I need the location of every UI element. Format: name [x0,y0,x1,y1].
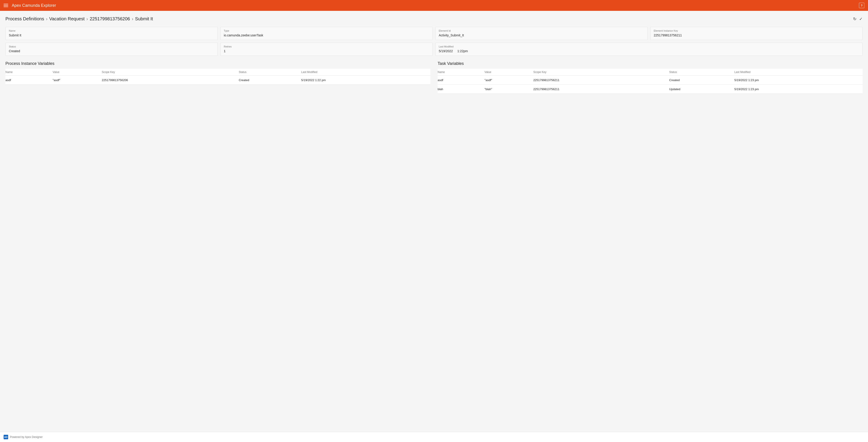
tv-table-header-row: Name Value Scope Key Status Last Modifie… [438,69,863,76]
app-header: Apex Camunda Explorer ? [0,0,868,11]
main-content: Process Definitions › Vacation Request ›… [0,11,868,442]
card-element-instance-key-value: 2251799813756211 [654,33,859,37]
tv-cell-value: "blah" [485,85,533,94]
tv-col-last-modified: Last Modified [735,69,863,76]
tv-cell-status: Created [669,76,735,85]
card-status-value: Created [9,49,214,53]
footer-label: Powered by Apex Designer [10,436,43,439]
card-name-value: Submit It [9,33,214,37]
card-retries: Retries 1 [220,43,433,56]
table-row: asdf "asdf" 2251799813756206 Created 5/1… [5,76,430,85]
piv-col-last-modified: Last Modified [301,69,430,76]
refresh-icon[interactable] [853,17,857,22]
piv-cell-scope-key: 2251799813756206 [102,76,239,85]
process-instance-variables-table: Name Value Scope Key Status Last Modifie… [5,69,430,85]
card-name-label: Name [9,29,214,32]
card-type-value: io.camunda.zeebe:userTask [224,33,429,37]
breadcrumb-current: Submit It [135,16,153,22]
card-type-label: Type [224,29,429,32]
breadcrumb-process-definitions[interactable]: Process Definitions [5,16,44,22]
tv-col-value: Value [485,69,533,76]
piv-col-scope-key: Scope Key [102,69,239,76]
card-last-modified: Last Modified 5/19/2022 1:22pm [435,43,863,56]
piv-cell-last-modified: 5/19/2022 1:22 pm [301,76,430,85]
breadcrumb-vacation-request[interactable]: Vacation Request [49,16,85,22]
table-row: blah "blah" 2251799813756211 Updated 5/1… [438,85,863,94]
tv-cell-name: asdf [438,76,485,85]
help-icon[interactable]: ? [859,3,864,8]
card-element-instance-key-label: Element Instance Key [654,29,859,32]
card-last-modified-label: Last Modified [439,45,859,48]
tv-col-scope-key: Scope Key [533,69,669,76]
task-variables-table: Name Value Scope Key Status Last Modifie… [438,69,863,94]
breadcrumb-instance-key[interactable]: 2251799813756206 [90,16,130,22]
card-type: Type io.camunda.zeebe:userTask [220,27,433,40]
variables-sections: Process Instance Variables Name Value Sc… [5,61,863,94]
process-instance-variables-heading: Process Instance Variables [5,61,430,66]
card-retries-label: Retries [224,45,429,48]
card-name: Name Submit It [5,27,218,40]
footer-logo: AD [4,435,8,439]
breadcrumb-sep-1: › [46,16,48,22]
tv-cell-last-modified: 5/19/2022 1:23 pm [735,76,863,85]
breadcrumb-sep-3: › [132,16,133,22]
tv-cell-value: "asdf" [485,76,533,85]
tv-cell-last-modified: 5/19/2022 1:23 pm [735,85,863,94]
piv-col-status: Status [239,69,301,76]
card-status: Status Created [5,43,218,56]
task-variables-section: Task Variables Name Value Scope Key Stat… [438,61,863,94]
confirm-icon[interactable] [859,17,863,22]
card-status-label: Status [9,45,214,48]
card-element-id-value: Activity_Submit_It [439,33,644,37]
piv-col-name: Name [5,69,53,76]
piv-cell-status: Created [239,76,301,85]
table-row: asdf "asdf" 2251799813756211 Created 5/1… [438,76,863,85]
tv-cell-scope-key: 2251799813756211 [533,85,669,94]
card-retries-value: 1 [224,49,429,53]
piv-table-header-row: Name Value Scope Key Status Last Modifie… [5,69,430,76]
card-element-id-label: Element Id [439,29,644,32]
card-last-modified-value: 5/19/2022 1:22pm [439,49,859,53]
app-title: Apex Camunda Explorer [12,3,859,8]
tv-cell-status: Updated [669,85,735,94]
breadcrumb-actions [853,17,863,22]
task-variables-heading: Task Variables [438,61,863,66]
last-modified-date: 5/19/2022 [439,49,453,53]
tv-col-status: Status [669,69,735,76]
breadcrumb: Process Definitions › Vacation Request ›… [5,16,863,22]
tv-cell-scope-key: 2251799813756211 [533,76,669,85]
info-row-2: Status Created Retries 1 Last Modified 5… [5,43,863,56]
tv-col-name: Name [438,69,485,76]
breadcrumb-sep-2: › [86,16,88,22]
info-row-1: Name Submit It Type io.camunda.zeebe:use… [5,27,863,40]
process-instance-variables-section: Process Instance Variables Name Value Sc… [5,61,430,94]
piv-col-value: Value [53,69,102,76]
card-element-id: Element Id Activity_Submit_It [435,27,648,40]
tv-cell-name: blah [438,85,485,94]
last-modified-time: 1:22pm [457,49,468,53]
piv-cell-name: asdf [5,76,53,85]
piv-cell-value: "asdf" [53,76,102,85]
menu-icon[interactable] [4,4,8,7]
card-element-instance-key: Element Instance Key 2251799813756211 [650,27,863,40]
app-footer: AD Powered by Apex Designer [0,432,868,442]
